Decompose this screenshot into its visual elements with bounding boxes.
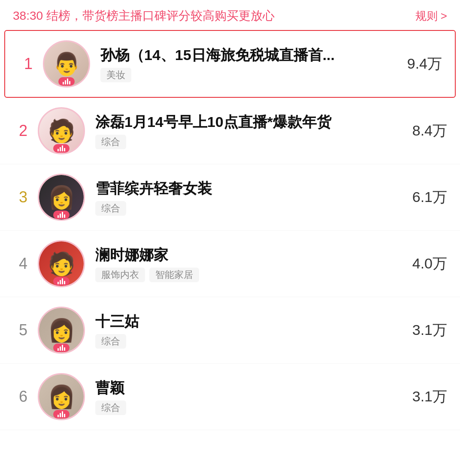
item-info: 曹颖 综合 (95, 378, 404, 415)
bar4 (64, 214, 65, 218)
list-item[interactable]: 4 🧑 澜时娜娜家 服饰内衣智能家居 4.0万 (0, 231, 460, 297)
list-item[interactable]: 5 👩 十三姑 综合 3.1万 (0, 297, 460, 364)
avatar-silhouette: 👩 (48, 386, 76, 408)
item-score: 4.0万 (412, 254, 447, 274)
list-item[interactable]: 1 👨 孙杨（14、15日海旅免税城直播首... 美妆 9 (4, 30, 456, 98)
rule-link[interactable]: 规则 > (415, 9, 447, 24)
live-badge (53, 343, 70, 352)
bar2 (60, 280, 61, 284)
avatar-wrap: 👨 (43, 40, 90, 87)
item-info: 十三姑 综合 (95, 312, 404, 349)
bar1 (58, 282, 59, 284)
bar4 (64, 148, 65, 151)
avatar-wrap: 👩 (38, 174, 85, 221)
bar4 (69, 81, 70, 84)
avatar-wrap: 🧑 (38, 107, 85, 154)
bar2 (60, 147, 61, 151)
bar2 (60, 413, 61, 417)
bar1 (58, 215, 59, 218)
item-info: 孙杨（14、15日海旅免税城直播首... 美妆 (100, 45, 399, 82)
bar4 (64, 281, 65, 284)
avatar-silhouette: 🧑 (48, 253, 76, 275)
item-tags: 综合 (95, 201, 404, 216)
item-name: 雪菲缤卉轻奢女装 (95, 179, 404, 198)
avatar-silhouette: 🧑 (48, 120, 76, 142)
bar4 (64, 347, 65, 351)
item-score: 9.4万 (407, 54, 442, 74)
avatar-wrap: 👩 (38, 307, 85, 354)
bar-chart-icon (58, 145, 65, 151)
bar1 (58, 149, 59, 151)
rank-number: 5 (13, 321, 33, 339)
rank-number: 2 (13, 122, 33, 140)
live-badge (53, 144, 70, 153)
bar1 (58, 348, 59, 351)
item-score: 6.1万 (412, 187, 447, 207)
avatar-silhouette: 👩 (48, 319, 76, 341)
live-badge (53, 277, 70, 286)
item-tags: 服饰内衣智能家居 (95, 268, 404, 282)
item-score: 8.4万 (412, 121, 447, 141)
item-name: 曹颖 (95, 378, 404, 397)
item-info: 澜时娜娜家 服饰内衣智能家居 (95, 245, 404, 282)
bar2 (60, 346, 61, 351)
item-tag: 综合 (95, 201, 126, 216)
list-item[interactable]: 3 👩 雪菲缤卉轻奢女装 综合 6.1万 (0, 164, 460, 231)
item-tag: 综合 (95, 334, 126, 349)
item-tags: 综合 (95, 401, 404, 415)
bar1 (63, 82, 64, 84)
item-tag: 美妆 (100, 68, 131, 82)
avatar-silhouette: 👨 (53, 53, 81, 75)
bar3 (62, 411, 63, 417)
bar3 (62, 212, 63, 218)
header: 38:30 结榜，带货榜主播口碑评分较高购买更放心 规则 > (0, 0, 460, 30)
item-tag: 服饰内衣 (95, 268, 145, 282)
bar4 (64, 414, 65, 417)
bar-chart-icon (58, 212, 65, 218)
bar2 (65, 80, 66, 84)
item-name: 涂磊1月14号早上10点直播*爆款年货 (95, 112, 404, 131)
live-badge (58, 77, 75, 86)
item-info: 雪菲缤卉轻奢女装 综合 (95, 179, 404, 216)
live-badge (53, 211, 70, 219)
item-tags: 综合 (95, 334, 404, 349)
rank-number: 6 (13, 388, 33, 406)
bar3 (62, 145, 63, 151)
live-badge (53, 410, 70, 419)
rank-number: 3 (13, 188, 33, 206)
item-tags: 综合 (95, 135, 404, 149)
rank-number: 1 (18, 55, 39, 73)
bar-chart-icon (58, 345, 65, 351)
bar2 (60, 214, 61, 218)
bar-chart-icon (58, 411, 65, 417)
item-tag: 综合 (95, 401, 126, 415)
rank-number: 4 (13, 255, 33, 273)
bar3 (62, 278, 63, 284)
list-item[interactable]: 6 👩 曹颖 综合 3.1万 (0, 364, 460, 430)
item-tag: 智能家居 (149, 268, 199, 282)
item-score: 3.1万 (412, 387, 447, 407)
list-item[interactable]: 2 🧑 涂磊1月14号早上10点直播*爆款年货 综合 8. (0, 98, 460, 164)
item-tags: 美妆 (100, 68, 399, 82)
bar3 (67, 78, 68, 84)
bar-chart-icon (63, 78, 70, 84)
bar-chart-icon (58, 278, 65, 284)
avatar-wrap: 🧑 (38, 240, 85, 287)
item-tag: 综合 (95, 135, 126, 149)
item-name: 澜时娜娜家 (95, 245, 404, 264)
avatar-wrap: 👩 (38, 373, 85, 420)
ranking-list: 1 👨 孙杨（14、15日海旅免税城直播首... 美妆 9 (0, 30, 460, 430)
countdown-text: 38:30 结榜，带货榜主播口碑评分较高购买更放心 (13, 8, 275, 24)
item-name: 孙杨（14、15日海旅免税城直播首... (100, 45, 399, 64)
avatar-silhouette: 👩 (48, 186, 76, 208)
item-info: 涂磊1月14号早上10点直播*爆款年货 综合 (95, 112, 404, 149)
item-name: 十三姑 (95, 312, 404, 331)
bar3 (62, 345, 63, 351)
bar1 (58, 415, 59, 417)
item-score: 3.1万 (412, 320, 447, 340)
